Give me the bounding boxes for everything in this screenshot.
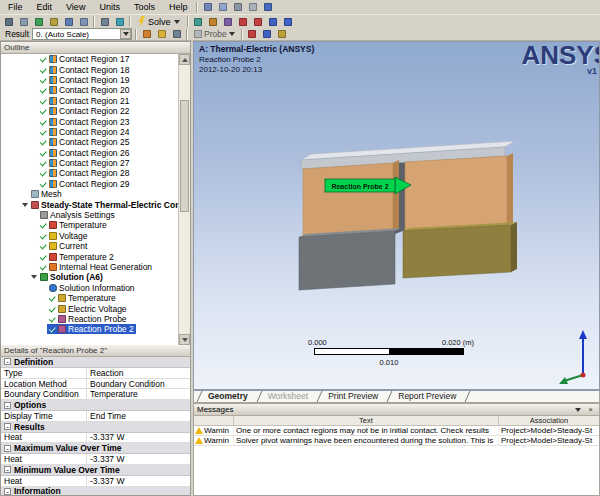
details-property-value[interactable]: Boundary Condition bbox=[87, 379, 190, 389]
tree-item-temperature-2[interactable]: Temperature 2 bbox=[1, 251, 178, 261]
details-category-information[interactable]: -Information bbox=[1, 487, 190, 495]
tree-item-contact-region-21[interactable]: Contact Region 21 bbox=[1, 96, 178, 106]
menu-tools[interactable]: Tools bbox=[128, 1, 161, 13]
menu-help[interactable]: Help bbox=[163, 1, 194, 13]
timeline-chart-icon[interactable] bbox=[276, 28, 289, 40]
worksheet-icon[interactable] bbox=[192, 16, 205, 28]
expander-icon[interactable] bbox=[30, 273, 38, 281]
tree-item-temperature[interactable]: Temperature bbox=[1, 293, 178, 303]
min-annotation-icon[interactable] bbox=[267, 16, 280, 28]
tree-item-contact-region-25[interactable]: Contact Region 25 bbox=[1, 137, 178, 147]
collapse-icon[interactable]: - bbox=[4, 466, 11, 473]
tab-geometry[interactable]: Geometry bbox=[199, 391, 259, 402]
max-probe-icon[interactable] bbox=[246, 28, 259, 40]
collapse-icon[interactable]: - bbox=[4, 358, 11, 365]
help-context-icon[interactable] bbox=[261, 1, 274, 13]
tree-item-contact-region-26[interactable]: Contact Region 26 bbox=[1, 148, 178, 158]
mesh-display-icon[interactable] bbox=[113, 16, 126, 28]
print-icon[interactable] bbox=[231, 1, 244, 13]
collapse-icon[interactable]: - bbox=[4, 402, 11, 409]
contour-bands-icon[interactable] bbox=[140, 28, 153, 40]
zoom-fit-icon[interactable] bbox=[77, 16, 90, 28]
details-category-minimum-value-over-time[interactable]: -Minimum Value Over Time bbox=[1, 465, 190, 476]
details-category-options[interactable]: -Options bbox=[1, 400, 190, 411]
menu-edit[interactable]: Edit bbox=[31, 1, 59, 13]
wireframe-icon[interactable] bbox=[98, 16, 111, 28]
tree-item-contact-region-27[interactable]: Contact Region 27 bbox=[1, 158, 178, 168]
menu-view[interactable]: View bbox=[60, 1, 91, 13]
zoom-icon[interactable] bbox=[62, 16, 75, 28]
tree-item-contact-region-18[interactable]: Contact Region 18 bbox=[1, 64, 178, 74]
check-icon bbox=[40, 86, 47, 94]
tree-item-reaction-probe[interactable]: Reaction Probe bbox=[1, 314, 178, 324]
tree-item-contact-region-20[interactable]: Contact Region 20 bbox=[1, 85, 178, 95]
graphics-viewport[interactable]: A: Thermal-Electric (ANSYS) Reaction Pro… bbox=[193, 41, 600, 390]
details-property-value[interactable]: Temperature bbox=[87, 389, 190, 399]
tree-item-mesh[interactable]: Mesh bbox=[1, 189, 178, 199]
menu-units[interactable]: Units bbox=[93, 1, 126, 13]
tree-item-contact-region-22[interactable]: Contact Region 22 bbox=[1, 106, 178, 116]
scroll-down-icon[interactable] bbox=[179, 334, 190, 345]
scroll-up-icon[interactable] bbox=[179, 54, 190, 65]
tab-print-preview[interactable]: Print Preview bbox=[319, 391, 389, 402]
details-property-value[interactable]: -3.337 W bbox=[87, 454, 190, 464]
menu-file[interactable]: File bbox=[2, 1, 29, 13]
tree-item-solution-a6[interactable]: Solution (A6) bbox=[1, 272, 178, 282]
rotate-icon[interactable] bbox=[32, 16, 45, 28]
tree-item-reaction-probe-2[interactable]: Reaction Probe 2 bbox=[1, 324, 178, 334]
chevron-down-icon[interactable] bbox=[120, 29, 131, 39]
box-select-icon[interactable] bbox=[17, 16, 30, 28]
outline-scrollbar[interactable] bbox=[178, 54, 190, 345]
help-icon[interactable] bbox=[282, 16, 295, 28]
tree-item-analysis-settings[interactable]: Analysis Settings bbox=[1, 210, 178, 220]
tree-item-contact-region-17[interactable]: Contact Region 17 bbox=[1, 54, 178, 64]
tree-item-temperature[interactable]: Temperature bbox=[1, 220, 178, 230]
tree-item-contact-region-24[interactable]: Contact Region 24 bbox=[1, 127, 178, 137]
details-property-value[interactable]: Reaction bbox=[87, 368, 190, 378]
copy-icon[interactable] bbox=[246, 1, 259, 13]
tree-item-solution-information[interactable]: Solution Information bbox=[1, 283, 178, 293]
tree-item-steady-state-thermal-electric-con[interactable]: Steady-State Thermal-Electric Con bbox=[1, 199, 178, 209]
probe-button[interactable]: Probe bbox=[191, 29, 238, 39]
details-property-value[interactable]: -3.337 W bbox=[87, 476, 190, 486]
expander-icon[interactable] bbox=[21, 201, 29, 209]
details-property-value[interactable]: -3.337 W bbox=[87, 433, 190, 443]
pan-icon[interactable] bbox=[47, 16, 60, 28]
collapse-icon[interactable]: - bbox=[4, 423, 11, 430]
back-icon[interactable] bbox=[201, 1, 214, 13]
scroll-thumb[interactable] bbox=[180, 100, 189, 212]
tree-item-contact-region-29[interactable]: Contact Region 29 bbox=[1, 179, 178, 189]
smooth-contour-icon[interactable] bbox=[155, 28, 168, 40]
tree-item-contact-region-28[interactable]: Contact Region 28 bbox=[1, 168, 178, 178]
tree-item-contact-region-23[interactable]: Contact Region 23 bbox=[1, 116, 178, 126]
auto-hide-icon[interactable] bbox=[572, 405, 583, 415]
show-errors-icon[interactable] bbox=[237, 16, 250, 28]
result-scale-combo[interactable]: 0. (Auto Scale) bbox=[32, 28, 132, 40]
collapse-icon[interactable]: - bbox=[4, 445, 11, 452]
element-edges-icon[interactable] bbox=[170, 28, 183, 40]
tree-item-internal-heat-generation[interactable]: Internal Heat Generation bbox=[1, 262, 178, 272]
details-property-value[interactable]: End Time bbox=[87, 411, 190, 421]
model-3d[interactable]: Reaction Probe 2 bbox=[289, 130, 519, 296]
select-cursor-icon[interactable] bbox=[2, 16, 15, 28]
forward-icon[interactable] bbox=[216, 1, 229, 13]
collapse-icon[interactable]: - bbox=[4, 488, 11, 495]
tree-item-contact-region-19[interactable]: Contact Region 19 bbox=[1, 75, 178, 85]
details-category-results[interactable]: -Results bbox=[1, 422, 190, 433]
min-probe-icon[interactable] bbox=[261, 28, 274, 40]
tree-item-current[interactable]: Current bbox=[1, 241, 178, 251]
message-row[interactable]: WarninSolver pivot warnings have been en… bbox=[194, 436, 599, 446]
max-annotation-icon[interactable] bbox=[252, 16, 265, 28]
chart-icon[interactable] bbox=[207, 16, 220, 28]
image-capture-icon[interactable] bbox=[222, 16, 235, 28]
details-category-definition[interactable]: -Definition bbox=[1, 357, 190, 368]
details-category-maximum-value-over-time[interactable]: -Maximum Value Over Time bbox=[1, 443, 190, 454]
tab-report-preview[interactable]: Report Preview bbox=[389, 391, 467, 402]
message-row[interactable]: WarninOne or more contact regions may no… bbox=[194, 426, 599, 436]
tree-item-voltage[interactable]: Voltage bbox=[1, 231, 178, 241]
solve-button[interactable]: Solve bbox=[134, 16, 184, 27]
tree-item-electric-voltage[interactable]: Electric Voltage bbox=[1, 303, 178, 313]
tab-worksheet[interactable]: Worksheet bbox=[259, 391, 319, 402]
close-icon[interactable]: × bbox=[585, 405, 596, 415]
coordinate-triad-icon[interactable] bbox=[555, 329, 595, 385]
